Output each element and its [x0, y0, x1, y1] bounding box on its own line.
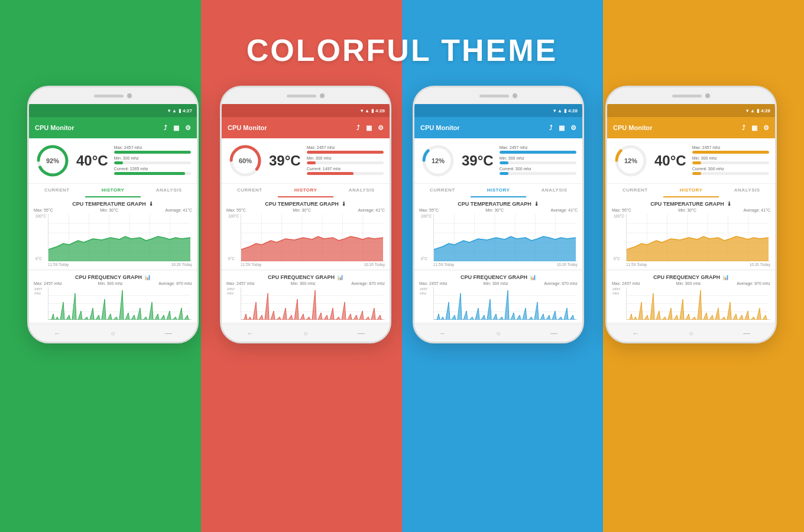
- wifi-icon: ▾: [168, 108, 170, 113]
- bar-chart-icon: 📊: [144, 274, 151, 280]
- thermometer-icon: 🌡: [727, 201, 732, 207]
- app-header: CPU Monitor ⤴ ▦ ⚙: [607, 117, 775, 138]
- nav-tabs: CURRENTHISTORYANALYSIS: [29, 183, 197, 197]
- graph-stats: Max: 55°C Min: 30°C Average: 41°C: [226, 208, 385, 212]
- settings-icon[interactable]: ⚙: [378, 124, 384, 132]
- freq-max: Max: 2457 mhz: [612, 281, 640, 286]
- store-icon[interactable]: ▦: [366, 124, 372, 132]
- page-title: COLORFUL THEME: [247, 33, 557, 68]
- graph-x-left: 11:59 Today: [626, 262, 647, 267]
- donut-chart: 12%: [613, 143, 649, 179]
- phone-speaker: [672, 95, 702, 98]
- graph-x-right: 16:26 Today: [557, 262, 578, 267]
- graph-min: Min: 30°C: [293, 208, 311, 212]
- tab-current[interactable]: CURRENT: [607, 184, 663, 197]
- tab-analysis[interactable]: ANALYSIS: [526, 184, 582, 197]
- share-icon[interactable]: ⤴: [742, 124, 745, 132]
- freq-graph-area: 2457mhz: [48, 287, 192, 320]
- graph-avg: Average: 41°C: [551, 208, 578, 212]
- app-header-icons: ⤴ ▦ ⚙: [742, 124, 769, 132]
- tab-current[interactable]: CURRENT: [222, 184, 278, 197]
- settings-icon[interactable]: ⚙: [763, 124, 769, 132]
- tab-analysis[interactable]: ANALYSIS: [333, 184, 390, 197]
- cpu-percent: 92%: [46, 157, 59, 164]
- cpu-panel: 92% 40°C Max: 2457 mhz Min: 300 mhz: [29, 138, 197, 183]
- share-icon[interactable]: ⤴: [356, 124, 360, 132]
- cpu-panel: 12% 40°C Max: 2457 mhz Min: 300 mhz: [607, 138, 775, 183]
- phone-shell: ▾ ▲ ▮ 4:28 CPU Monitor ⤴ ▦ ⚙: [220, 86, 391, 343]
- freq-graph-stats: Max: 2457 mhz Min: 300 mhz Average: 870 …: [612, 281, 770, 286]
- home-button[interactable]: ○: [496, 329, 500, 338]
- app-header: CPU Monitor ⤴ ▦ ⚙: [414, 117, 582, 138]
- freq-graph-container: 2457mhz: [34, 287, 192, 320]
- recent-button[interactable]: —: [550, 329, 557, 338]
- bar-chart-icon: 📊: [722, 274, 729, 280]
- settings-icon[interactable]: ⚙: [570, 124, 576, 132]
- max-freq-row: Max: 2457 mhz: [307, 145, 384, 154]
- graph-stats: Max: 55°C Min: 30°C Average: 41°C: [419, 208, 578, 212]
- home-button[interactable]: ○: [303, 329, 307, 338]
- signal-icon: ▲: [557, 108, 562, 113]
- graph-max: Max: 55°C: [34, 208, 53, 212]
- recent-button[interactable]: —: [743, 329, 750, 338]
- phone-screen: ▾ ▲ ▮ 4:27 CPU Monitor ⤴ ▦ ⚙: [29, 104, 197, 342]
- cpu-temp: 40°C: [76, 153, 108, 169]
- back-button[interactable]: ←: [247, 329, 254, 338]
- current-freq-row: Current: 300 mhz: [500, 166, 576, 175]
- battery-icon: ▮: [371, 108, 374, 113]
- signal-icon: ▲: [172, 108, 177, 113]
- min-freq-row: Min: 300 mhz: [500, 155, 576, 164]
- phone-top-bar: [222, 87, 390, 104]
- recent-button[interactable]: —: [165, 329, 172, 338]
- home-button[interactable]: ○: [111, 329, 115, 338]
- max-freq-row: Max: 2457 mhz: [692, 145, 769, 154]
- app-header: CPU Monitor ⤴ ▦ ⚙: [29, 117, 197, 138]
- freq-graph-section: CPU FREQUENCY GRAPH 📊 Max: 2457 mhz Min:…: [29, 271, 197, 322]
- freq-graph-title: CPU FREQUENCY GRAPH 📊: [612, 274, 770, 280]
- battery-icon: ▮: [564, 108, 566, 113]
- temp-graph-title: CPU TEMPERATURE GRAPH 🌡: [419, 201, 578, 207]
- store-icon[interactable]: ▦: [559, 124, 565, 132]
- status-bar: ▾ ▲ ▮ 4:28: [414, 104, 582, 117]
- tab-history[interactable]: HISTORY: [278, 184, 334, 197]
- time-display: 4:27: [183, 108, 192, 113]
- graph-x-labels: 11:59 Today 16:26 Today: [226, 262, 385, 267]
- freq-y-label: 2457mhz: [34, 287, 42, 296]
- tab-current[interactable]: CURRENT: [414, 184, 471, 197]
- tab-history[interactable]: HISTORY: [663, 184, 719, 197]
- tab-history[interactable]: HISTORY: [471, 184, 527, 197]
- share-icon[interactable]: ⤴: [164, 124, 167, 132]
- tab-history[interactable]: HISTORY: [85, 184, 141, 197]
- temp-graph-title: CPU TEMPERATURE GRAPH 🌡: [226, 201, 385, 207]
- store-icon[interactable]: ▦: [173, 124, 179, 132]
- temp-graph-section: CPU TEMPERATURE GRAPH 🌡 Max: 55°C Min: 3…: [29, 197, 197, 269]
- graph-y-labels: 100°C 0°C: [614, 214, 624, 261]
- back-button[interactable]: ←: [439, 329, 446, 338]
- store-icon[interactable]: ▦: [751, 124, 757, 132]
- graph-max: Max: 55°C: [612, 208, 631, 212]
- freq-max: Max: 2457 mhz: [34, 281, 62, 286]
- app-header-icons: ⤴ ▦ ⚙: [164, 124, 191, 132]
- back-button[interactable]: ←: [632, 329, 639, 338]
- phones-row: ▾ ▲ ▮ 4:27 CPU Monitor ⤴ ▦ ⚙: [17, 86, 787, 343]
- tab-analysis[interactable]: ANALYSIS: [141, 184, 197, 197]
- settings-icon[interactable]: ⚙: [185, 124, 191, 132]
- back-button[interactable]: ←: [54, 329, 61, 338]
- share-icon[interactable]: ⤴: [549, 124, 553, 132]
- temp-graph-title: CPU TEMPERATURE GRAPH 🌡: [34, 201, 192, 207]
- thermometer-icon: 🌡: [534, 201, 539, 207]
- cpu-panel: 60% 39°C Max: 2457 mhz Min: 300 mhz: [222, 138, 390, 183]
- freq-bars: Max: 2457 mhz Min: 300 mhz: [114, 145, 191, 177]
- tab-current[interactable]: CURRENT: [29, 184, 85, 197]
- freq-min: Min: 300 mhz: [98, 281, 123, 286]
- donut-chart: 60%: [228, 143, 263, 179]
- freq-avg: Average: 870 mhz: [737, 281, 770, 286]
- home-button[interactable]: ○: [689, 329, 693, 338]
- tab-analysis[interactable]: ANALYSIS: [719, 184, 775, 197]
- status-icons: ▾ ▲ ▮ 4:27: [168, 108, 192, 113]
- recent-button[interactable]: —: [358, 329, 365, 338]
- freq-avg: Average: 870 mhz: [351, 281, 385, 286]
- temp-graph-section: CPU TEMPERATURE GRAPH 🌡 Max: 55°C Min: 3…: [607, 197, 775, 269]
- freq-graph-title: CPU FREQUENCY GRAPH 📊: [419, 274, 578, 280]
- status-icons: ▾ ▲ ▮ 4:28: [746, 108, 770, 113]
